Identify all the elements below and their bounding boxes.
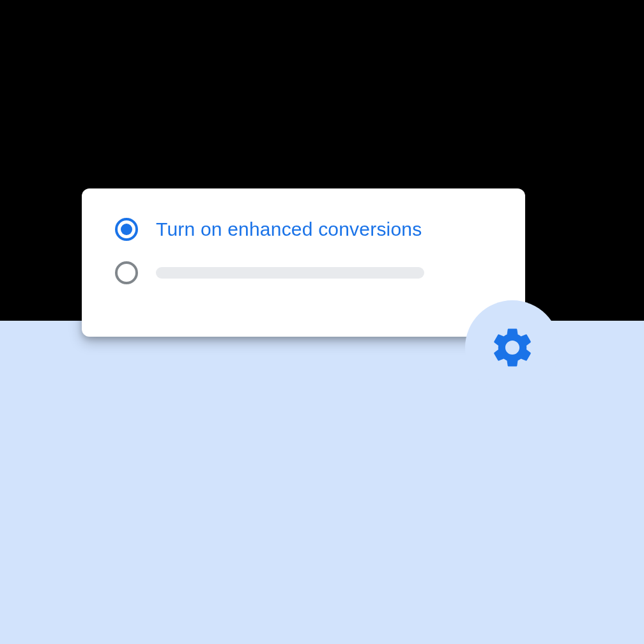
radio-option-placeholder[interactable] xyxy=(115,261,492,284)
placeholder-text-bar xyxy=(156,267,424,279)
radio-button-unselected[interactable] xyxy=(115,261,138,284)
option-label-enhanced-conversions: Turn on enhanced conversions xyxy=(156,218,422,240)
gear-icon xyxy=(489,324,536,371)
settings-card: Turn on enhanced conversions xyxy=(82,188,525,337)
radio-button-selected[interactable] xyxy=(115,218,138,241)
settings-button[interactable] xyxy=(465,300,560,395)
radio-option-enhanced-conversions[interactable]: Turn on enhanced conversions xyxy=(115,218,492,241)
